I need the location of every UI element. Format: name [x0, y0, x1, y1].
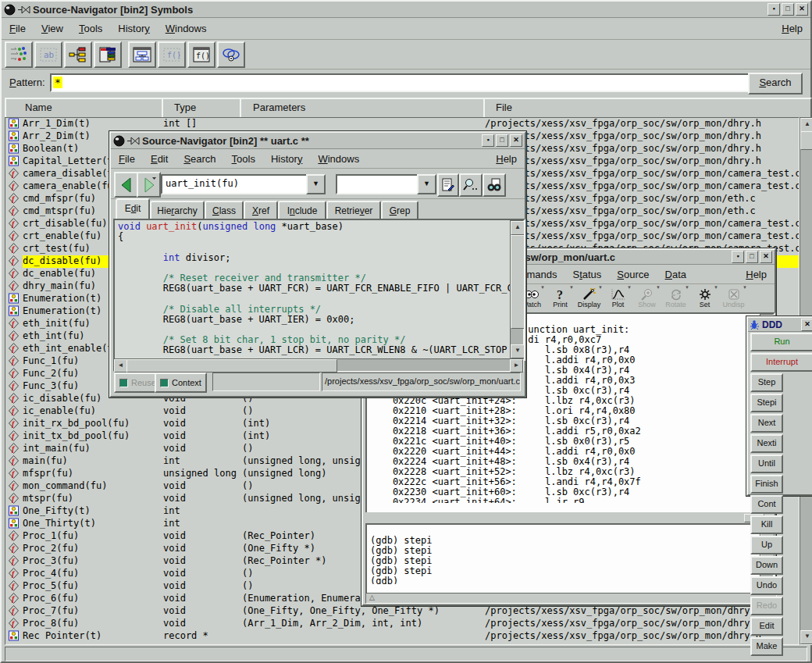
menu-item-tools[interactable]: Tools	[224, 151, 263, 166]
set-button[interactable]: ▼Set	[690, 285, 719, 312]
context-checkbox[interactable]: Context	[155, 372, 207, 393]
undisp-button[interactable]: ▼Undisp	[719, 285, 748, 312]
maximize-icon[interactable]: □	[746, 251, 758, 263]
symbol-type: void	[163, 555, 240, 568]
maximize-icon[interactable]: □	[496, 134, 508, 147]
undisp-icon	[728, 288, 740, 301]
table-row[interactable]: Rec Pointer(t)record */projects/xess/xsv…	[5, 630, 799, 643]
menu-item-file[interactable]: File	[2, 21, 34, 36]
column-header-name[interactable]: Name	[5, 98, 183, 119]
editor-titlebar[interactable]: Source-Navigator [bin2] ** uart.c ** ▪ □…	[111, 133, 525, 149]
column-header-parameters[interactable]: Parameters	[240, 98, 498, 119]
menu-item-windows[interactable]: Windows	[158, 21, 215, 36]
up-button[interactable]: Up	[750, 536, 783, 554]
menu-item-search[interactable]: Search	[176, 151, 223, 166]
project-window-icon[interactable]	[128, 41, 156, 68]
back-icon[interactable]	[114, 172, 138, 198]
minimize-icon[interactable]: ▪	[767, 3, 780, 16]
grep-icon[interactable]: ab	[34, 41, 62, 68]
tool-titlebar[interactable]: DDD ✕	[748, 318, 812, 332]
close-icon[interactable]: ✕	[510, 134, 522, 147]
menu-item-file[interactable]: File	[111, 151, 143, 166]
function-icon: f	[9, 468, 20, 480]
maximize-icon[interactable]: □	[782, 3, 794, 16]
cont-button[interactable]: Cont	[750, 495, 783, 514]
until-button[interactable]: Until	[750, 454, 783, 473]
menu-item-status[interactable]: Status	[564, 267, 609, 282]
nexti-button[interactable]: Nexti	[750, 434, 783, 453]
close-icon[interactable]: ✕	[760, 251, 772, 263]
table-row[interactable]: fProc_8(fu)void(Arr_1_Dim, Arr_2_Dim, in…	[5, 618, 799, 630]
gdb-console-pane[interactable]: (gdb) stepi (gdb) stepi (gdb) stepi (gdb…	[365, 523, 775, 595]
function-list-icon[interactable]: f()	[187, 41, 215, 68]
down-button[interactable]: Down	[750, 556, 783, 575]
code-horizontal-scrollbar[interactable]: ◄ ►	[113, 358, 524, 372]
stepi-button[interactable]: Stepi	[750, 394, 783, 412]
retriever-icon[interactable]	[437, 173, 459, 197]
scroll-down-icon[interactable]: ▼	[511, 344, 525, 358]
menu-item-history[interactable]: History	[263, 151, 310, 166]
step-button[interactable]: Step	[750, 373, 783, 392]
run-button[interactable]: Run	[750, 333, 812, 351]
search-button[interactable]: Search	[748, 73, 803, 94]
main-titlebar[interactable]: Source-Navigator [bin2] Symbols ▪ □ ✕	[2, 2, 810, 18]
column-header-file[interactable]: File	[483, 98, 812, 119]
close-icon[interactable]: ✕	[801, 319, 812, 331]
menu-item-tools[interactable]: Tools	[71, 21, 110, 36]
chevron-down-icon[interactable]: ▼	[417, 174, 436, 194]
rotate-button[interactable]: ▼Rotate	[661, 285, 690, 312]
function-xref-icon[interactable]: f()	[158, 41, 186, 68]
function-icon: f	[9, 443, 20, 455]
print-button[interactable]: ▼?Print	[546, 285, 575, 312]
search-combo-input[interactable]	[336, 174, 418, 194]
symbol-combo-input[interactable]: uart_init(fu)	[161, 174, 314, 194]
next-button[interactable]: Next	[750, 414, 783, 433]
make-button[interactable]: Make	[750, 637, 783, 656]
menu-item-history[interactable]: History	[110, 21, 157, 36]
pattern-input[interactable]: *	[50, 73, 753, 92]
scroll-up-icon[interactable]: ▲	[511, 221, 525, 235]
grep-browse-icon[interactable]	[483, 173, 506, 197]
scroll-up-icon[interactable]: ▲	[800, 118, 812, 132]
close-icon[interactable]: ✕	[796, 3, 808, 16]
hierarchy-icon[interactable]	[64, 41, 92, 68]
class-browser-icon[interactable]	[94, 41, 122, 68]
table-row[interactable]: Arr_1_Dim(t)int []/projects/xess/xsv_fpg…	[5, 118, 799, 130]
scroll-thumb[interactable]	[511, 235, 525, 329]
finish-button[interactable]: Finish	[750, 475, 783, 494]
display-button[interactable]: ▼Display	[575, 285, 604, 312]
menu-item-view[interactable]: View	[34, 21, 71, 36]
xref-icon[interactable]	[5, 41, 33, 68]
code-editor[interactable]: void uart_init(unsigned long *uart_base)…	[113, 219, 525, 361]
push-pin-icon[interactable]	[18, 5, 30, 14]
svg-text:f: f	[12, 257, 16, 266]
menu-item-edit[interactable]: Edit	[143, 151, 176, 166]
editor-tabs: EditHierarchyClassXrefIncludeRetrieverGr…	[111, 198, 525, 219]
scroll-thumb[interactable]	[800, 131, 812, 150]
menu-item-windows[interactable]: Windows	[310, 151, 367, 166]
interrupt-button[interactable]: Interrupt	[750, 353, 812, 372]
redo-button[interactable]: Redo	[750, 597, 783, 615]
search-icon[interactable]	[459, 173, 483, 197]
show-button[interactable]: ▼Show	[632, 285, 661, 312]
minimize-icon[interactable]: ▪	[482, 134, 494, 147]
edit-button[interactable]: Edit	[750, 617, 783, 636]
code-vertical-scrollbar[interactable]: ▲ ▼	[510, 220, 524, 359]
menu-item-help[interactable]: Help	[774, 21, 810, 36]
menu-item-help[interactable]: Help	[738, 267, 775, 282]
forward-icon[interactable]	[137, 172, 161, 198]
table-row[interactable]: fProc_7(fu)void(One_Fifty, One_Fifty, On…	[5, 605, 799, 618]
undo-button[interactable]: Undo	[750, 576, 783, 595]
pane-splitter[interactable]	[365, 512, 772, 522]
menu-item-data[interactable]: Data	[657, 267, 694, 282]
include-browser-icon[interactable]	[217, 41, 245, 68]
display-icon	[582, 288, 597, 301]
push-pin-icon[interactable]	[127, 137, 140, 145]
chevron-down-icon[interactable]: ▼	[306, 174, 326, 194]
plot-button[interactable]: ▼Plot	[604, 285, 632, 312]
menu-item-source[interactable]: Source	[609, 267, 657, 282]
kill-button[interactable]: Kill	[750, 515, 783, 534]
svg-text:f: f	[12, 557, 16, 565]
menu-item-help[interactable]: Help	[488, 151, 525, 166]
minimize-icon[interactable]: ▪	[732, 251, 744, 263]
